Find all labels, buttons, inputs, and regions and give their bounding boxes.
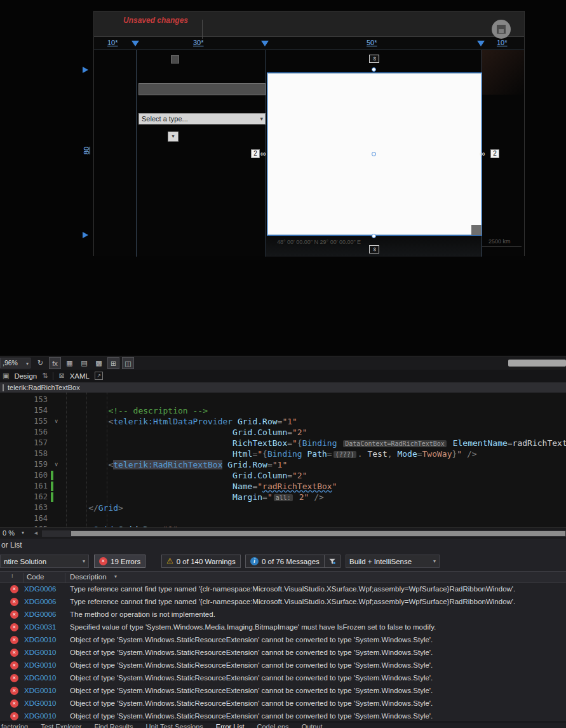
error-code-link[interactable]: XDG0010 bbox=[24, 687, 57, 694]
grid-row-size-label[interactable]: 80 bbox=[83, 144, 90, 157]
error-row[interactable]: ×XDG0010Object of type 'System.Windows.S… bbox=[0, 647, 566, 659]
split-view-icon[interactable]: ◫ bbox=[122, 357, 134, 369]
right-chain-icon[interactable]: ∞ bbox=[480, 150, 485, 158]
code-line[interactable]: 161 Name="radRichTextBox" bbox=[0, 481, 566, 492]
grid-row-marker-icon[interactable] bbox=[83, 67, 88, 73]
refresh-icon[interactable]: ↻ bbox=[34, 357, 46, 369]
collapse-chevron-icon[interactable]: ∨ bbox=[55, 459, 58, 470]
grid-column-size-label[interactable]: 10* bbox=[497, 39, 508, 46]
error-code-link[interactable]: XDG0031 bbox=[24, 623, 57, 631]
code-line[interactable]: 154 <!-- description --> bbox=[0, 405, 566, 416]
snapping-toggle-icon[interactable]: ⊞ bbox=[107, 357, 119, 369]
left-chain-icon[interactable]: ∞ bbox=[260, 150, 266, 158]
errors-filter-button[interactable]: × 19 Errors bbox=[94, 555, 145, 568]
center-anchor-dot[interactable] bbox=[372, 152, 376, 156]
error-row[interactable]: ×XDG0006The method or operation is not i… bbox=[0, 609, 566, 621]
column-divider[interactable] bbox=[65, 573, 65, 583]
scope-filter-dropdown[interactable]: ntire Solution ▾ bbox=[0, 555, 89, 568]
xaml-code-editor[interactable]: 153154 <!-- description -->155∨ <telerik… bbox=[0, 393, 566, 527]
column-header-description[interactable]: Description bbox=[70, 573, 107, 581]
grid-column-size-label[interactable]: 30* bbox=[193, 39, 204, 46]
code-line[interactable]: 159∨ <telerik:RadRichTextBox Grid.Row="1… bbox=[0, 459, 566, 470]
messages-filter-button[interactable]: i 0 of 76 Messages bbox=[245, 555, 325, 568]
error-code-link[interactable]: XDG0010 bbox=[24, 649, 57, 656]
swap-panes-icon[interactable]: ⇅ bbox=[42, 372, 48, 380]
code-line[interactable]: 157 RichTextBox="{Binding DataContext=Ra… bbox=[0, 438, 566, 448]
error-code-link[interactable]: XDG0006 bbox=[24, 598, 57, 605]
grid-column-size-label[interactable]: 10* bbox=[107, 39, 118, 46]
code-line[interactable]: 153 bbox=[0, 394, 566, 405]
editor-horizontal-scrollbar[interactable] bbox=[42, 530, 566, 537]
code-line[interactable]: 156 Grid.Column="2" bbox=[0, 427, 566, 438]
error-row[interactable]: ×XDG0010Object of type 'System.Windows.S… bbox=[0, 685, 566, 698]
top-resize-handle[interactable] bbox=[372, 67, 376, 72]
panel-tab-test-explorer[interactable]: Test Explorer bbox=[34, 722, 88, 728]
error-row[interactable]: ×XDG0031Specified value of type 'System.… bbox=[0, 621, 566, 634]
designed-textbox[interactable] bbox=[138, 83, 266, 95]
bottom-resize-handle[interactable] bbox=[372, 234, 376, 238]
designed-dropdown-button[interactable]: ▾ bbox=[168, 131, 179, 142]
grid-splitter-marker-icon[interactable] bbox=[477, 41, 485, 46]
column-header-code[interactable]: Code bbox=[27, 573, 44, 581]
error-code-link[interactable]: XDG0006 bbox=[24, 585, 57, 593]
artboard-background-icon[interactable]: ▩ bbox=[93, 357, 105, 369]
panel-tab-find-results[interactable]: Find Results bbox=[88, 722, 139, 728]
error-row[interactable]: ×XDG0010Object of type 'System.Windows.S… bbox=[0, 698, 566, 710]
code-line[interactable]: 164 bbox=[0, 513, 566, 524]
error-row[interactable]: ×XDG0010Object of type 'System.Windows.S… bbox=[0, 659, 566, 672]
resize-grip[interactable] bbox=[471, 225, 482, 235]
xaml-design-surface[interactable]: Unsaved changes Select a type... ▾ ▾ ∞ bbox=[0, 0, 566, 356]
error-row[interactable]: ×XDG0010Object of type 'System.Windows.S… bbox=[0, 710, 566, 723]
error-row[interactable]: ×XDG0006Type reference cannot find type … bbox=[0, 583, 566, 596]
error-code-link[interactable]: XDG0010 bbox=[24, 712, 57, 720]
collapse-chevron-icon[interactable]: ∨ bbox=[55, 416, 58, 427]
left-margin-badge[interactable]: 2 bbox=[251, 149, 260, 158]
panel-tab-error-list[interactable]: Error List bbox=[210, 722, 251, 728]
error-code-link[interactable]: XDG0010 bbox=[24, 661, 57, 669]
scroll-left-icon[interactable]: ◂ bbox=[34, 529, 37, 536]
design-artboard[interactable]: Unsaved changes Select a type... ▾ ▾ ∞ bbox=[93, 11, 525, 256]
code-line[interactable]: 155∨ <telerik:HtmlDataProvider Grid.Row=… bbox=[0, 416, 566, 427]
designed-combobox[interactable]: Select a type... ▾ bbox=[138, 113, 266, 125]
panel-tab-output[interactable]: Output bbox=[295, 722, 329, 728]
grid-splitter-marker-icon[interactable] bbox=[131, 41, 139, 46]
effects-toggle-icon[interactable]: fx bbox=[49, 357, 61, 369]
error-row[interactable]: ×XDG0006Type reference cannot find type … bbox=[0, 596, 566, 609]
designer-horizontal-scrollbar[interactable] bbox=[508, 360, 566, 367]
right-margin-badge[interactable]: 2 bbox=[490, 149, 499, 158]
popout-icon[interactable]: ↗ bbox=[95, 372, 103, 380]
top-anchor-icon[interactable]: ∞ bbox=[369, 55, 379, 63]
code-line[interactable]: 158 Html="{Binding Path=(???). Test, Mod… bbox=[0, 448, 566, 459]
error-code-link[interactable]: XDG0010 bbox=[24, 674, 57, 682]
document-outline-breadcrumb[interactable]: telerik:RadRichTextBox bbox=[0, 382, 566, 393]
error-code-link[interactable]: XDG0010 bbox=[24, 636, 57, 644]
error-code-link[interactable]: XDG0006 bbox=[24, 610, 57, 618]
error-row[interactable]: ×XDG0010Object of type 'System.Windows.S… bbox=[0, 634, 566, 647]
grid-row-marker-icon[interactable] bbox=[83, 232, 88, 238]
column-divider[interactable] bbox=[23, 573, 24, 583]
source-filter-dropdown[interactable]: Build + IntelliSense ▾ bbox=[346, 555, 440, 568]
panel-tab-unit-test-sessions[interactable]: Unit Test Sessions bbox=[140, 722, 210, 728]
tab-design[interactable]: Design bbox=[14, 372, 37, 380]
panel-tab-codelens[interactable]: CodeLens bbox=[250, 722, 295, 728]
panel-tab-factoring[interactable]: factoring bbox=[0, 722, 34, 728]
design-canvas[interactable]: Select a type... ▾ ▾ ∞ ∞ 2 ∞ ∞ 2 48° 00'… bbox=[94, 50, 524, 256]
error-row[interactable]: ×XDG0010Object of type 'System.Windows.S… bbox=[0, 672, 566, 685]
save-button[interactable] bbox=[492, 20, 511, 39]
code-line[interactable]: 160 Grid.Column="2" bbox=[0, 470, 566, 481]
code-line[interactable]: 162 Margin="all: 2" /> bbox=[0, 492, 566, 502]
breadcrumb-path[interactable]: telerik:RadRichTextBox bbox=[8, 382, 80, 393]
bottom-anchor-icon[interactable]: ∞ bbox=[369, 245, 379, 253]
editor-zoom-select[interactable]: 0 % bbox=[3, 529, 15, 537]
designer-zoom-combo[interactable]: ,96% ▾ bbox=[0, 358, 30, 368]
tab-xaml[interactable]: XAML bbox=[70, 372, 90, 380]
grid-column-size-label[interactable]: 50* bbox=[367, 39, 377, 46]
filter-button[interactable] bbox=[324, 555, 340, 568]
error-code-link[interactable]: XDG0010 bbox=[24, 699, 57, 707]
grid-splitter-marker-icon[interactable] bbox=[261, 41, 269, 46]
show-grid-icon[interactable]: ▦ bbox=[64, 357, 76, 369]
scrollbar-thumb[interactable] bbox=[71, 531, 565, 536]
code-line[interactable]: 163 </Grid> bbox=[0, 502, 566, 513]
snap-grid-icon[interactable]: ▤ bbox=[78, 357, 90, 369]
warnings-filter-button[interactable]: ⚠ 0 of 140 Warnings bbox=[161, 555, 241, 568]
